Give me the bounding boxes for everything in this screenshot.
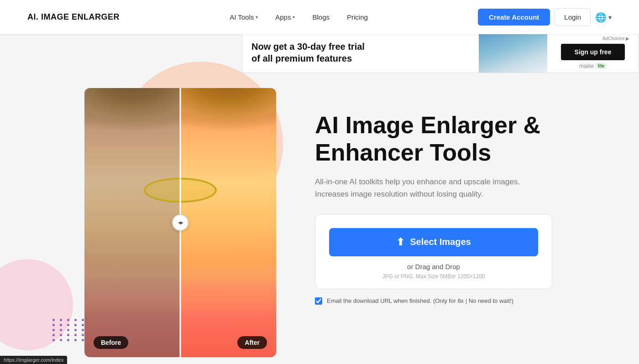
- navbar: AI. IMAGE ENLARGER AI Tools ▾ Apps ▾ Blo…: [0, 0, 639, 34]
- ad-cta-area: AdChoices ▶ Sign up free mailer lite: [547, 36, 639, 69]
- globe-icon: 🌐: [595, 12, 607, 23]
- upload-card: ⬆ Select Images or Drag and Drop JPG or …: [315, 214, 552, 289]
- email-download-row: Email the download URL when finished. (O…: [315, 296, 552, 306]
- ad-headline: Now get a 30-day free trial of all premi…: [251, 41, 470, 64]
- url-bar: https://imglarger.com/index: [0, 356, 67, 364]
- ad-text-area: Now get a 30-day free trial of all premi…: [242, 35, 479, 70]
- chevron-down-icon: ▾: [293, 15, 295, 20]
- after-image: [180, 88, 276, 357]
- email-download-label: Email the download URL when finished. (O…: [327, 296, 513, 306]
- sign-up-free-button[interactable]: Sign up free: [561, 44, 625, 60]
- left-section: Before After: [0, 34, 278, 364]
- mailer-badge: lite: [596, 63, 607, 69]
- hero-title: AI Image Enlarger & Enhancer Tools: [315, 112, 612, 166]
- upload-icon: ⬆: [396, 236, 404, 248]
- ad-choices-label: AdChoices ▶: [602, 36, 629, 41]
- file-info-text: JPG or PNG. Max Size 5MBor 1200×1200: [329, 273, 538, 280]
- ad-banner: Now get a 30-day free trial of all premi…: [242, 32, 639, 73]
- ad-mailer: mailer lite: [579, 63, 607, 69]
- nav-apps[interactable]: Apps ▾: [268, 10, 302, 25]
- nav-links: AI Tools ▾ Apps ▾ Blogs Pricing: [222, 10, 375, 25]
- nav-actions: Create Account Login 🌐 ▾: [478, 8, 612, 26]
- nav-ai-tools[interactable]: AI Tools ▾: [222, 10, 265, 25]
- drag-drop-text: or Drag and Drop: [329, 263, 538, 270]
- nav-pricing[interactable]: Pricing: [340, 10, 375, 25]
- chevron-down-icon: ▾: [256, 15, 258, 20]
- email-download-checkbox[interactable]: [315, 297, 322, 305]
- comparison-divider-handle[interactable]: [172, 214, 189, 231]
- login-button[interactable]: Login: [555, 8, 591, 26]
- main-content: Before After Now get a 30-day free trial…: [0, 34, 639, 364]
- nav-blogs[interactable]: Blogs: [305, 10, 337, 25]
- before-image: [84, 88, 180, 357]
- create-account-button[interactable]: Create Account: [478, 9, 550, 26]
- select-images-button[interactable]: ⬆ Select Images: [329, 228, 538, 256]
- right-section: Now get a 30-day free trial of all premi…: [278, 34, 639, 364]
- hero-subtitle: All-in-one AI toolkits help you enhance …: [315, 176, 552, 200]
- logo: AI. IMAGE ENLARGER: [27, 12, 120, 22]
- language-selector[interactable]: 🌐 ▾: [595, 12, 612, 23]
- after-label: After: [237, 336, 267, 349]
- ad-image: [479, 32, 547, 73]
- image-comparison[interactable]: Before After: [84, 88, 276, 357]
- before-label: Before: [94, 336, 128, 349]
